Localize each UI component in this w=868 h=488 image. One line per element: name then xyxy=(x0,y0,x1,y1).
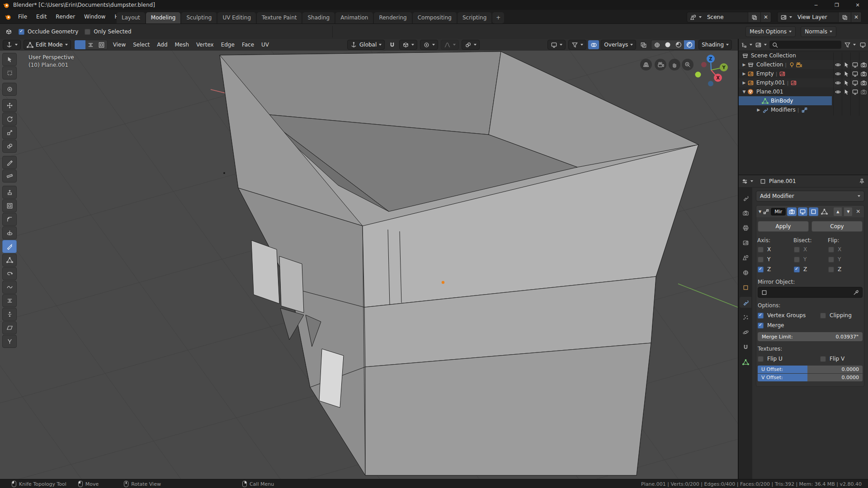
menu-view[interactable]: View xyxy=(109,40,129,49)
tweak-tool[interactable] xyxy=(2,53,17,66)
menu-vertex[interactable]: Vertex xyxy=(193,40,217,49)
merge-checkbox[interactable] xyxy=(758,323,764,328)
editor-type-dropdown[interactable] xyxy=(3,40,21,50)
tab-scene[interactable] xyxy=(740,252,751,263)
outliner-filter-icon[interactable] xyxy=(844,42,856,48)
workspace-tab-shading[interactable]: Shading xyxy=(302,12,335,23)
dumpster-mesh[interactable] xyxy=(220,52,698,475)
mesh-options-dropdown[interactable]: Mesh Options xyxy=(745,26,796,37)
menu-select[interactable]: Select xyxy=(129,40,153,49)
loop-cut-tool[interactable] xyxy=(2,226,17,239)
disable-render-icon[interactable] xyxy=(859,89,868,95)
bisect-x-checkbox[interactable] xyxy=(794,247,800,253)
eyedropper-icon[interactable] xyxy=(853,289,859,296)
scene-name[interactable]: Scene xyxy=(704,12,748,22)
expand-icon[interactable]: ▶ xyxy=(741,80,747,85)
mirror-object-field[interactable] xyxy=(758,287,863,298)
selectable-icon[interactable] xyxy=(842,89,851,95)
flip-x-checkbox[interactable] xyxy=(828,247,834,253)
proportional-falloff-dropdown[interactable] xyxy=(441,40,459,50)
minimize-button[interactable]: ─ xyxy=(806,0,826,10)
normals-dropdown[interactable]: Normals xyxy=(801,26,836,37)
snap-toggle[interactable] xyxy=(387,40,397,49)
axis-z-checkbox[interactable] xyxy=(758,267,764,272)
cursor-tool[interactable] xyxy=(2,83,17,96)
outliner-search-input[interactable] xyxy=(769,41,841,49)
tab-particles[interactable] xyxy=(740,312,751,323)
axis-y-checkbox[interactable] xyxy=(758,257,764,263)
scale-tool[interactable] xyxy=(2,126,17,139)
shear-tool[interactable] xyxy=(2,321,17,334)
overlays-dropdown[interactable]: Overlays xyxy=(601,40,636,50)
tab-tool[interactable] xyxy=(740,192,751,203)
disable-viewport-icon[interactable] xyxy=(851,61,859,68)
annotate-tool[interactable] xyxy=(2,156,17,169)
edge-select-mode-button[interactable] xyxy=(85,40,96,49)
snap-target-dropdown[interactable] xyxy=(399,40,417,50)
remove-modifier-button[interactable]: ✕ xyxy=(856,208,860,215)
outliner-row-plane-001[interactable]: ▼ Plane.001 xyxy=(739,87,868,96)
on-cage-toggle[interactable] xyxy=(820,207,829,216)
bisect-y-checkbox[interactable] xyxy=(794,257,800,263)
disable-render-icon[interactable] xyxy=(859,80,868,86)
apply-button[interactable]: Apply xyxy=(758,221,809,232)
close-button[interactable]: ✕ xyxy=(847,0,868,10)
measure-tool[interactable] xyxy=(2,169,17,183)
disable-viewport-icon[interactable] xyxy=(851,70,859,77)
solid-shading-button[interactable] xyxy=(662,40,673,49)
disable-viewport-icon[interactable] xyxy=(851,80,859,86)
maximize-button[interactable]: ❐ xyxy=(826,0,847,10)
selectable-icon[interactable] xyxy=(842,70,851,77)
expand-icon[interactable]: ▶ xyxy=(756,108,761,112)
workspace-tab-modeling[interactable]: Modeling xyxy=(146,12,181,23)
view-layer-name[interactable]: View Layer xyxy=(795,12,838,22)
hide-viewport-icon[interactable] xyxy=(834,89,842,95)
clipping-checkbox[interactable] xyxy=(820,313,826,319)
show-overlays-toggle[interactable] xyxy=(588,40,599,49)
menu-window[interactable]: Window xyxy=(80,12,109,22)
menu-add[interactable]: Add xyxy=(153,40,171,49)
tab-output[interactable] xyxy=(740,222,751,233)
collapse-icon[interactable]: ▼ xyxy=(759,210,761,214)
outliner-row-modifiers[interactable]: ▶ Modifiers | xyxy=(739,105,868,114)
axis-x-checkbox[interactable] xyxy=(758,247,764,253)
workspace-tab-animation[interactable]: Animation xyxy=(335,12,373,23)
properties-editor-type-icon[interactable] xyxy=(741,178,753,185)
poly-build-tool[interactable] xyxy=(2,253,17,267)
disable-viewport-icon[interactable] xyxy=(851,89,859,95)
flip-y-checkbox[interactable] xyxy=(828,257,834,263)
menu-render[interactable]: Render xyxy=(52,12,79,22)
expand-icon[interactable]: ▶ xyxy=(741,62,747,67)
show-viewport-toggle[interactable] xyxy=(798,207,807,216)
workspace-tab-texture-paint[interactable]: Texture Paint xyxy=(257,12,302,23)
tab-modifiers[interactable] xyxy=(740,297,751,308)
workspace-tab-compositing[interactable]: Compositing xyxy=(413,12,457,23)
expand-icon[interactable]: ▶ xyxy=(741,71,747,76)
rip-region-tool[interactable] xyxy=(2,335,17,348)
outliner-row-scene-collection[interactable]: Scene Collection xyxy=(739,51,868,60)
expand-icon[interactable]: ▼ xyxy=(741,89,747,94)
disable-render-icon[interactable] xyxy=(859,61,868,68)
transform-orientation-dropdown[interactable]: Global xyxy=(347,40,385,50)
copy-scene-button[interactable] xyxy=(748,12,760,22)
pivot-point-dropdown[interactable] xyxy=(462,40,480,50)
hide-viewport-icon[interactable] xyxy=(834,61,842,68)
rotate-tool[interactable] xyxy=(2,113,17,126)
render-toggle[interactable] xyxy=(787,207,797,216)
axis-gizmo[interactable]: Z Y X xyxy=(695,55,728,86)
shading-dropdown[interactable]: Shading xyxy=(698,40,732,50)
modifier-name-field[interactable]: Mir xyxy=(771,208,786,216)
menu-face[interactable]: Face xyxy=(238,40,258,49)
occlude-geometry-checkbox[interactable] xyxy=(19,29,24,35)
hide-viewport-icon[interactable] xyxy=(834,70,842,77)
selectable-icon[interactable] xyxy=(842,80,851,86)
wireframe-shading-button[interactable] xyxy=(651,40,662,49)
menu-mesh[interactable]: Mesh xyxy=(171,40,193,49)
selectable-icon[interactable] xyxy=(842,61,851,68)
add-modifier-dropdown[interactable]: Add Modifier xyxy=(756,191,864,202)
tab-world[interactable] xyxy=(740,267,751,278)
tab-object[interactable] xyxy=(740,282,751,293)
filter-dropdown[interactable] xyxy=(568,40,586,50)
shrink-fatten-tool[interactable] xyxy=(2,308,17,321)
tab-view-layer[interactable] xyxy=(740,237,751,248)
